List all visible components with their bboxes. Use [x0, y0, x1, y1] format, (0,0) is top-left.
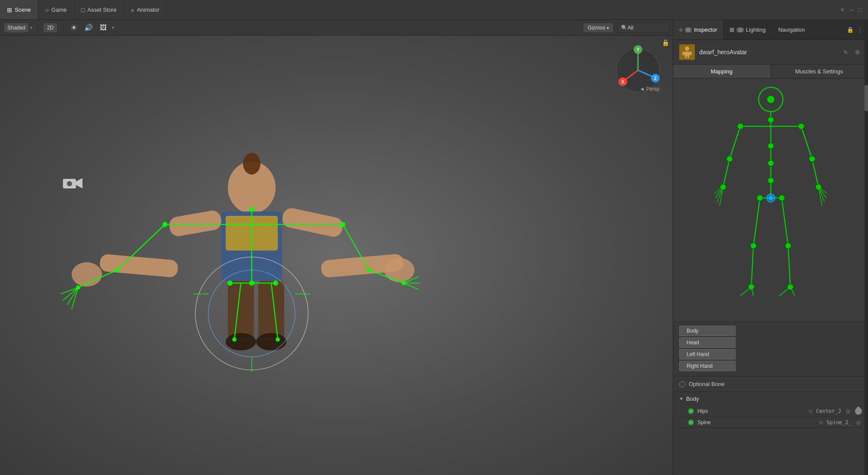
body-section-header[interactable]: ▼ Body — [679, 392, 862, 406]
search-input[interactable] — [617, 23, 669, 33]
right-hand-button[interactable]: Right Hand — [679, 361, 736, 371]
svg-point-39 — [115, 268, 119, 272]
gizmos-label: Gizmos — [588, 25, 605, 31]
viewport-toolbar: Shaded ▾ 2D ☀ 🔊 🖼 ▾ Gizmos ▾ — [0, 20, 673, 36]
panel-lock-btn[interactable]: 🔒 — [845, 26, 855, 34]
toolbar-sep-2 — [63, 23, 63, 32]
shaded-select[interactable]: Shaded — [3, 23, 29, 33]
svg-line-73 — [723, 159, 730, 187]
maximize-btn[interactable]: □ — [857, 6, 864, 14]
right-scrollbar[interactable] — [865, 20, 868, 475]
svg-rect-66 — [685, 56, 687, 58]
svg-point-110 — [748, 284, 754, 290]
2d-toggle[interactable]: 2D — [43, 23, 57, 33]
svg-rect-64 — [682, 52, 685, 55]
svg-point-111 — [787, 284, 793, 290]
tab-navigation[interactable]: Navigation — [772, 20, 811, 40]
svg-point-109 — [785, 243, 791, 249]
persp-label: ◄ Persp — [639, 86, 660, 92]
tab-inspector[interactable]: ○ 0 Inspector — [673, 20, 723, 40]
body-section-label: Body — [686, 396, 699, 402]
tab-animator[interactable]: ⟐ Animator — [124, 0, 167, 20]
svg-point-96 — [798, 123, 804, 129]
tab-animator-label: Animator — [137, 7, 159, 13]
svg-text:X: X — [621, 79, 625, 84]
svg-point-97 — [768, 143, 774, 149]
viewport-canvas[interactable]: 🔒 — [0, 36, 673, 475]
tab-game-label: Game — [51, 7, 66, 13]
svg-rect-63 — [684, 52, 690, 56]
skeleton-area — [673, 79, 868, 322]
svg-point-15 — [226, 333, 256, 350]
body-button[interactable]: Body — [679, 326, 736, 336]
gizmos-btn[interactable]: Gizmos ▾ — [583, 23, 614, 33]
avatar-name: dwarf_heroAvatar — [699, 49, 747, 56]
svg-point-98 — [768, 160, 774, 166]
window-menu-btn[interactable]: ≡ — [839, 6, 846, 14]
inspector-label: Inspector — [694, 26, 717, 33]
avatar-settings-btn[interactable]: ⚙ — [853, 48, 862, 56]
scrollbar-thumb[interactable] — [865, 85, 868, 111]
optional-bone-row: Optional Bone — [673, 376, 868, 392]
bone-row-hips: Hips ⊞ Center_J ◎ — [679, 406, 862, 417]
right-panel: ○ 0 Inspector ⊞ 3 Lighting Navigation 🔒 … — [673, 20, 868, 475]
viewport: Shaded ▾ 2D ☀ 🔊 🖼 ▾ Gizmos ▾ 🔒 — [0, 20, 673, 475]
minimize-btn[interactable]: ─ — [848, 6, 855, 14]
tab-asset-store[interactable]: □ Asset Store — [74, 0, 124, 20]
shaded-arrow: ▾ — [30, 25, 32, 30]
spine-name: Spine — [697, 419, 815, 426]
svg-rect-8 — [99, 254, 179, 278]
svg-rect-14 — [258, 281, 284, 337]
hips-indicator — [688, 408, 694, 414]
tab-scene[interactable]: ⊞ Scene — [0, 0, 38, 20]
hips-link-icon: ⊞ — [809, 409, 812, 414]
svg-point-33 — [249, 207, 254, 212]
sound-toggle-btn[interactable]: 🔊 — [82, 23, 95, 33]
svg-point-35 — [340, 222, 345, 227]
svg-point-42 — [401, 281, 406, 285]
svg-point-101 — [768, 195, 773, 201]
avatar-icon — [679, 44, 695, 60]
svg-point-95 — [737, 123, 743, 129]
viewport-gizmo: Y X Z ◄ Persp — [612, 44, 664, 96]
svg-point-44 — [276, 337, 280, 342]
hips-value: Center_J — [816, 408, 841, 414]
svg-rect-7 — [168, 209, 223, 238]
svg-line-78 — [801, 126, 812, 159]
svg-point-99 — [768, 178, 774, 184]
panel-options-btn[interactable]: ⋮ — [855, 26, 865, 34]
avatar-edit-btn[interactable]: ✎ — [842, 48, 850, 56]
svg-point-16 — [256, 333, 286, 350]
inspector-icon: ○ — [679, 26, 683, 33]
optional-bone-checkbox[interactable] — [679, 381, 685, 387]
cursor-indicator — [854, 406, 864, 416]
mapping-tab[interactable]: Mapping — [673, 65, 771, 78]
optional-bone-label: Optional Bone — [689, 381, 724, 387]
character-svg — [35, 101, 434, 405]
svg-rect-65 — [689, 52, 692, 55]
body-buttons: Body Head Left Hand Right Hand — [673, 322, 868, 376]
svg-point-43 — [232, 337, 237, 342]
tab-lighting[interactable]: ⊞ 3 Lighting — [723, 20, 772, 40]
svg-point-105 — [815, 184, 822, 190]
hips-target-btn[interactable]: ◎ — [845, 408, 852, 414]
image-toggle-btn[interactable]: 🖼 — [98, 23, 108, 33]
lighting-badge: 3 — [736, 27, 743, 33]
body-section: ▼ Body Hips ⊞ Center_J ◎ Spine — [673, 392, 868, 428]
svg-line-24 — [67, 287, 78, 305]
svg-point-107 — [779, 195, 785, 201]
hips-name: Hips — [697, 408, 805, 414]
tab-group: ⊞ Scene ○ Game □ Asset Store ⟐ Animator — [0, 0, 167, 20]
right-panel-tabs: ○ 0 Inspector ⊞ 3 Lighting Navigation 🔒 … — [673, 20, 868, 40]
navigation-label: Navigation — [778, 26, 805, 33]
svg-line-22 — [61, 287, 78, 294]
head-button[interactable]: Head — [679, 337, 736, 348]
muscles-tab[interactable]: Muscles & Settings — [771, 65, 868, 78]
svg-point-94 — [768, 117, 774, 123]
spine-target-btn[interactable]: ◎ — [855, 419, 862, 426]
svg-point-4 — [243, 153, 260, 175]
svg-point-12 — [384, 258, 414, 282]
left-hand-button[interactable]: Left Hand — [679, 349, 736, 360]
tab-game[interactable]: ○ Game — [38, 0, 74, 20]
sun-toggle-btn[interactable]: ☀ — [69, 22, 79, 33]
